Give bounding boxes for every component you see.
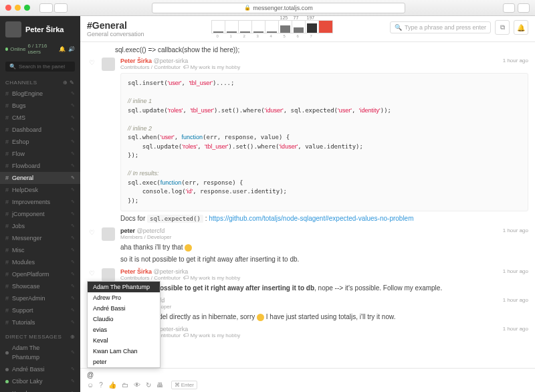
avatar — [102, 268, 115, 282]
channel-improvements[interactable]: #Improvements✎ — [0, 196, 80, 208]
code-block: sql.insert('user', 'tbl_user')....; // i… — [120, 73, 528, 211]
notifications-button[interactable]: 🔔 — [514, 20, 528, 35]
dm-item[interactable]: Adam The Phantump✎ — [0, 342, 80, 363]
avatar — [102, 227, 115, 241]
channel-blogengine[interactable]: #BlogEngine✎ — [0, 88, 80, 100]
like-icon[interactable]: ♡ — [89, 229, 95, 236]
autocomplete-item[interactable]: Keval — [88, 335, 160, 346]
emoji-button[interactable]: ☺ — [87, 381, 94, 389]
channel-jcomponent[interactable]: #jComponent✎ — [0, 208, 80, 220]
message-time: 1 hour ago — [503, 58, 528, 64]
search-icon: 🔍 — [395, 24, 402, 31]
channel-bugs[interactable]: #Bugs✎ — [0, 100, 80, 112]
like-icon[interactable]: ♡ — [89, 59, 95, 66]
message-time: 1 hour ago — [503, 268, 528, 274]
channel-misc[interactable]: #Misc✎ — [0, 244, 80, 256]
channel-header: #General General conversation 0123412557… — [80, 16, 535, 42]
autocomplete-item[interactable]: Adam The Phantump — [88, 282, 160, 292]
eye-button[interactable]: 👁 — [134, 381, 140, 389]
autocomplete-item[interactable]: Adrew Pro — [88, 292, 160, 303]
user-name: Peter Širka — [25, 25, 64, 33]
channel-flow[interactable]: #Flow✎ — [0, 148, 80, 160]
autocomplete-item[interactable]: peter — [88, 357, 160, 367]
autocomplete-item[interactable]: Kwan Lam Chan — [88, 346, 160, 357]
channel-modules[interactable]: #Modules✎ — [0, 256, 80, 268]
message-time: 1 hour ago — [503, 227, 528, 233]
composer: @ ☺ ? 👍 🗀 👁 ↻ 🖶 ⌘ Enter — [80, 368, 535, 392]
add-channel-icon[interactable]: ⊕ ✎ — [63, 80, 75, 86]
user-status: Online 6 / 1716 users 🔔 🔊 — [0, 43, 80, 59]
dm-header: DIRECT MESSAGES ⊕ — [0, 328, 80, 342]
add-dm-icon[interactable]: ⊕ — [70, 334, 76, 340]
channel-general[interactable]: #General✎ — [0, 172, 80, 184]
channel-showcase[interactable]: #Showcase✎ — [0, 280, 80, 292]
channel-superadmin[interactable]: #SuperAdmin✎ — [0, 292, 80, 304]
dm-item[interactable]: André Bassi✎ — [0, 363, 80, 375]
emoji-icon — [257, 314, 264, 321]
message-time: 1 hour ago — [503, 297, 528, 303]
search-icon: 🔍 — [9, 64, 16, 70]
tabs-button[interactable] — [518, 3, 530, 13]
help-button[interactable]: ? — [99, 381, 103, 389]
channel-jobs[interactable]: #Jobs✎ — [0, 220, 80, 232]
avatar — [102, 58, 115, 71]
channel-messenger[interactable]: #Messenger✎ — [0, 232, 80, 244]
channel-openplatform[interactable]: #OpenPlatform✎ — [0, 268, 80, 280]
browser-chrome: 🔒 messenger.totaljs.com — [0, 0, 535, 16]
window-controls — [5, 5, 30, 11]
message-search[interactable]: 🔍 Type a phrase and press enter — [390, 21, 491, 33]
attach-button[interactable]: 🗀 — [122, 381, 128, 389]
dm-item[interactable]: Ctibor Laky✎ — [0, 375, 80, 387]
print-button[interactable]: 🖶 — [156, 381, 163, 389]
autocomplete-item[interactable]: André Bassi — [88, 303, 160, 314]
forward-button[interactable] — [54, 3, 68, 13]
lock-icon: 🔒 — [244, 5, 251, 11]
autocomplete-item[interactable]: evias — [88, 324, 160, 335]
sound-icon[interactable]: 🔊 — [68, 46, 75, 52]
mention-autocomplete[interactable]: Adam The PhantumpAdrew ProAndré BassiCla… — [87, 281, 160, 368]
avatar — [5, 21, 21, 37]
thumbs-up-button[interactable]: 👍 — [108, 381, 116, 389]
channel-helpdesk[interactable]: #HelpDesk✎ — [0, 184, 80, 196]
share-button[interactable] — [503, 3, 515, 13]
url-bar[interactable]: 🔒 messenger.totaljs.com — [152, 3, 405, 13]
minimize-window[interactable] — [15, 5, 21, 11]
prior-snippet: sql.exec(() => callback(show the id here… — [115, 46, 528, 54]
sidebar: Peter Širka Online 6 / 1716 users 🔔 🔊 🔍 … — [0, 16, 80, 392]
main-panel: #General General conversation 0123412557… — [80, 16, 535, 392]
back-button[interactable] — [39, 3, 53, 13]
dm-item[interactable]: Keval✎ — [0, 387, 80, 392]
autocomplete-item[interactable]: Claudio — [88, 314, 160, 324]
close-window[interactable] — [5, 5, 11, 11]
channel-subtitle: General conversation — [87, 31, 144, 37]
channel-cms[interactable]: #CMS✎ — [0, 112, 80, 124]
channel-eshop[interactable]: #Eshop✎ — [0, 136, 80, 148]
channel-title: #General — [87, 20, 144, 31]
channels-header: CHANNELS ⊕ ✎ — [0, 74, 80, 88]
send-button[interactable]: ⌘ Enter — [171, 381, 197, 389]
activity-graph: 0123412557761977 — [211, 20, 333, 33]
maximize-window[interactable] — [24, 5, 30, 11]
message-time: 1 hour ago — [503, 326, 528, 332]
sidebar-search[interactable]: 🔍 Search in the panel — [5, 62, 75, 72]
current-user[interactable]: Peter Širka — [0, 16, 80, 43]
emoji-icon — [185, 244, 192, 252]
channel-dashboard[interactable]: #Dashboard✎ — [0, 124, 80, 136]
refresh-button[interactable]: ↻ — [146, 381, 151, 389]
bell-icon[interactable]: 🔔 — [59, 46, 66, 52]
copy-button[interactable]: ⧉ — [495, 20, 510, 35]
message: ♡peter @petercfdMembers / Developeraha t… — [87, 227, 528, 264]
channel-flowboard[interactable]: #Flowboard✎ — [0, 160, 80, 172]
like-icon[interactable]: ♡ — [89, 270, 95, 277]
docs-link[interactable]: https://github.com/totaljs/node-sqlagent… — [209, 215, 413, 222]
channel-support[interactable]: #Support✎ — [0, 304, 80, 316]
composer-input[interactable]: @ — [87, 371, 528, 379]
channel-tutorials[interactable]: #Tutorials✎ — [0, 316, 80, 328]
message: ♡Peter Širka @peter-sirkaContributors / … — [87, 58, 528, 223]
url-text: messenger.totaljs.com — [253, 5, 313, 11]
